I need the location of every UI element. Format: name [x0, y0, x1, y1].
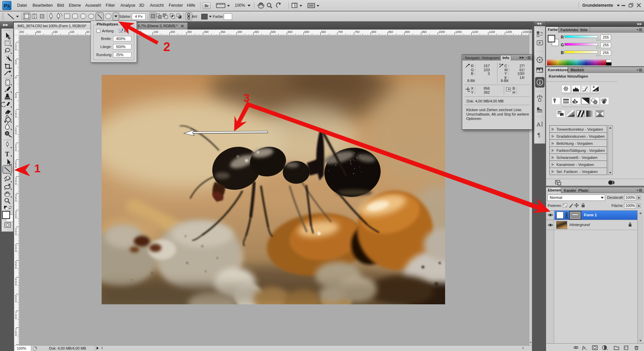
svg-text:0: 0 [15, 333, 17, 337]
svg-text:650: 650 [321, 30, 326, 34]
svg-text:950: 950 [422, 30, 427, 34]
svg-text:1000: 1000 [439, 30, 445, 34]
svg-text:0: 0 [15, 316, 17, 320]
svg-text:A: A [537, 122, 541, 128]
svg-text:700: 700 [338, 30, 343, 34]
svg-text:300: 300 [204, 30, 209, 34]
svg-text:1200: 1200 [506, 30, 512, 34]
svg-text:0: 0 [15, 62, 17, 65]
svg-text:250: 250 [187, 30, 192, 34]
svg-text:1100: 1100 [472, 30, 479, 34]
svg-text:100: 100 [137, 30, 142, 34]
svg-text:750: 750 [355, 30, 360, 34]
svg-text:400: 400 [237, 30, 242, 34]
svg-text:150: 150 [53, 30, 58, 34]
svg-text:900: 900 [405, 30, 410, 34]
svg-text:350: 350 [221, 30, 225, 34]
svg-text:500: 500 [271, 30, 276, 34]
svg-text:0: 0 [15, 165, 17, 169]
svg-text:0: 0 [15, 182, 17, 185]
svg-text:600: 600 [305, 30, 309, 34]
svg-text:0: 0 [15, 199, 17, 202]
svg-text:¶: ¶ [537, 132, 540, 138]
svg-text:T: T [5, 150, 9, 158]
svg-text:100: 100 [70, 30, 74, 34]
svg-text:50: 50 [87, 30, 90, 34]
svg-text:0: 0 [15, 48, 17, 51]
svg-text:0: 0 [15, 249, 17, 253]
svg-text:0: 0 [15, 132, 17, 135]
svg-text:0: 0 [15, 148, 17, 152]
svg-text:1050: 1050 [455, 30, 462, 34]
svg-text:1150: 1150 [489, 30, 495, 34]
svg-text:850: 850 [388, 30, 393, 34]
svg-text:450: 450 [254, 30, 259, 34]
svg-text:0: 0 [15, 216, 17, 219]
svg-text:1250: 1250 [523, 30, 529, 34]
svg-text:0: 0 [15, 95, 17, 99]
svg-text:fx: fx [582, 345, 586, 350]
svg-text:0: 0 [15, 283, 17, 286]
svg-text:200: 200 [36, 30, 41, 34]
svg-text:0: 0 [15, 266, 17, 269]
svg-text:200: 200 [170, 30, 175, 34]
svg-text:0: 0 [15, 76, 17, 79]
svg-text:0: 0 [15, 300, 17, 303]
svg-text:550: 550 [288, 30, 292, 34]
svg-text:800: 800 [372, 30, 376, 34]
svg-text:150: 150 [154, 30, 158, 34]
svg-text:0: 0 [15, 232, 17, 236]
svg-text:0: 0 [15, 115, 17, 118]
svg-text:250: 250 [19, 30, 24, 34]
